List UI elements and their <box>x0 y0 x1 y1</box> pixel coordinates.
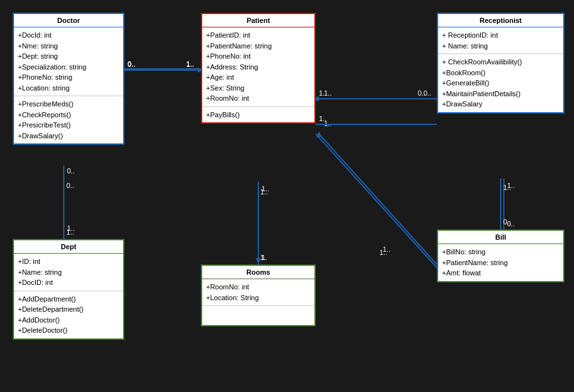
recept-method-1: + CheckRoomAvailibility() <box>442 57 559 68</box>
patient-attributes: +PatientID: int +PatientName: string +Ph… <box>202 27 314 107</box>
doctor-attr-4: +Specialization: string <box>18 62 119 73</box>
label-patient-recept-right: 0.. <box>423 89 431 97</box>
doctor-attr-5: +PhoneNo: string <box>18 72 119 83</box>
label-recept-bill-top: 1.. <box>507 182 515 189</box>
dept-title: Dept <box>14 240 123 254</box>
svg-line-18 <box>316 134 437 268</box>
doctor-method-2: +CheckReports() <box>18 110 119 120</box>
label-recept-bill-bottom: 0.. <box>507 220 515 228</box>
patient-methods: +PayBills() <box>202 107 314 123</box>
label-bill-patient: 1.. <box>379 249 387 256</box>
dept-method-4: +DeleteDoctor() <box>18 325 119 336</box>
doctor-title: Doctor <box>14 14 123 27</box>
recept-method-4: +MaintainPatientDetails() <box>442 89 559 99</box>
bill-attributes: +BillNo: string +PatientName: string +Am… <box>438 244 563 281</box>
dept-method-1: +AddDepartment() <box>18 294 119 305</box>
patient-title: Patient <box>202 14 314 27</box>
rooms-attributes: +RoomNo: int +Location: String <box>202 279 314 306</box>
svg-text:0..: 0.. <box>66 182 74 189</box>
svg-line-10 <box>319 134 437 265</box>
rooms-title: Rooms <box>202 266 314 279</box>
receptionist-attributes: + ReceptionID: int + Name: string <box>438 27 563 54</box>
patient-attr-2: +PatientName: string <box>206 41 311 52</box>
patient-attr-6: +Sex: String <box>206 83 311 94</box>
svg-marker-7 <box>256 258 261 265</box>
doctor-attr-1: +DocId: int <box>18 30 119 41</box>
label-patient-recept-left2: 1.. <box>324 120 332 127</box>
dept-methods: +AddDepartment() +DeleteDepartment() +Ad… <box>14 291 123 338</box>
patient-attr-3: +PhoneNo: int <box>206 51 311 62</box>
recept-method-3: +GenerateBill() <box>442 78 559 89</box>
dept-box: Dept +ID: int +Name: string +DocID: int … <box>13 239 124 340</box>
rooms-box: Rooms +RoomNo: int +Location: String <box>201 265 316 326</box>
doctor-method-3: +PresicribeTest() <box>18 120 119 131</box>
dept-attr-2: +Name: string <box>18 267 119 278</box>
doctor-attributes: +DocId: int +Nme: string +Dept: string +… <box>14 27 123 96</box>
patient-attr-1: +PatientID: int <box>206 30 311 41</box>
label-doc-patient-left: 0.. <box>128 61 135 68</box>
patient-attr-7: +RoomNo: int <box>206 93 311 104</box>
rooms-attr-2: +Location: String <box>206 293 311 303</box>
label-patient-recept-left: 1.. <box>324 89 332 97</box>
doctor-method-4: +DrawSalary() <box>18 131 119 142</box>
doctor-methods: +PrescribeMeds() +CheckReports() +Presic… <box>14 96 123 143</box>
label-doc-dept-bottom: 1.. <box>67 224 75 232</box>
bill-attr-2: +PatientName: string <box>442 258 559 268</box>
recept-attr-1: + ReceptionID: int <box>442 30 559 41</box>
recept-method-5: +DrawSalary <box>442 99 559 110</box>
bill-attr-3: +Amt: flowat <box>442 268 559 279</box>
label-doc-dept-top: 0.. <box>67 167 75 175</box>
recept-attr-2: + Name: string <box>442 41 559 52</box>
doctor-attr-6: +Location: string <box>18 83 119 94</box>
dept-attr-3: +DocID: int <box>18 277 119 288</box>
patient-box: Patient +PatientID: int +PatientName: st… <box>201 13 316 124</box>
rooms-attr-1: +RoomNo: int <box>206 282 311 293</box>
patient-attr-5: +Age: int <box>206 72 311 83</box>
label-doc-patient-right: 1.. <box>186 61 194 68</box>
bill-title: Bill <box>438 231 563 244</box>
dept-attr-1: +ID: int <box>18 256 119 267</box>
dept-attributes: +ID: int +Name: string +DocID: int <box>14 254 123 291</box>
doctor-method-1: +PrescribeMeds() <box>18 99 119 110</box>
dept-method-3: +AddDoctor() <box>18 315 119 326</box>
patient-attr-4: +Address: String <box>206 62 311 73</box>
rooms-methods-empty <box>202 306 314 325</box>
bill-box: Bill +BillNo: string +PatientName: strin… <box>437 229 564 282</box>
recept-method-2: +BookRoom() <box>442 68 559 78</box>
patient-method-1: +PayBills() <box>206 110 311 120</box>
receptionist-title: Receptionist <box>438 14 563 27</box>
svg-marker-11 <box>316 131 321 138</box>
label-patient-rooms-top: 1.. <box>261 185 269 192</box>
dept-method-2: +DeleteDepartment() <box>18 304 119 315</box>
doctor-attr-3: +Dept: string <box>18 51 119 62</box>
doctor-attr-2: +Nme: string <box>18 41 119 52</box>
label-patient-rooms-bottom: 1. <box>261 254 267 261</box>
receptionist-box: Receptionist + ReceptionID: int + Name: … <box>437 13 564 113</box>
doctor-box: Doctor +DocId: int +Nme: string +Dept: s… <box>13 13 124 145</box>
receptionist-methods: + CheckRoomAvailibility() +BookRoom() +G… <box>438 54 563 112</box>
bill-attr-1: +BillNo: string <box>442 247 559 258</box>
